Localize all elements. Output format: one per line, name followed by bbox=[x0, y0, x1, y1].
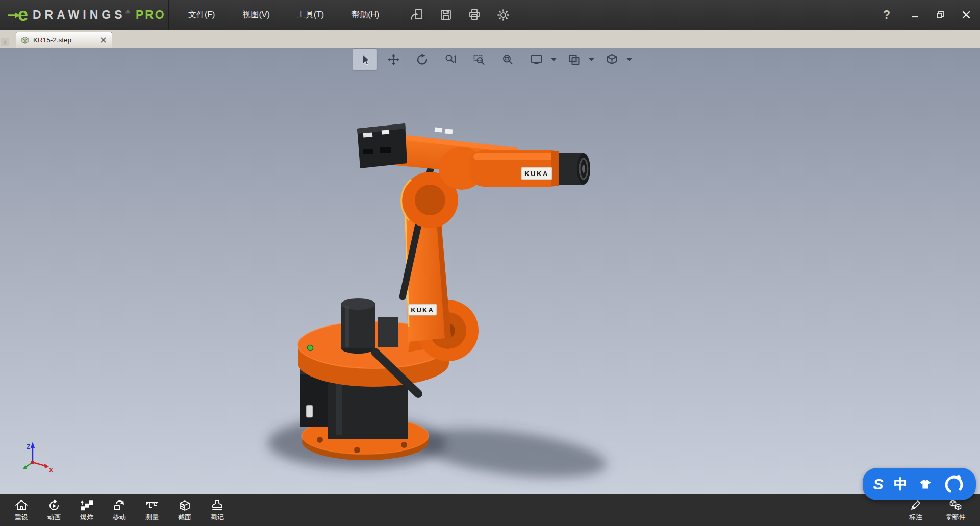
title-bar: e DRAWINGS ® PRO 文件(F) 视图(V) 工具(T) 帮助(H) bbox=[0, 0, 980, 30]
settings-button[interactable] bbox=[496, 8, 510, 22]
3d-viewport[interactable]: KUKA bbox=[0, 48, 980, 494]
svg-text:X: X bbox=[49, 467, 53, 474]
tool-animation[interactable]: 动画 bbox=[38, 497, 70, 523]
menu-view[interactable]: 视图(V) bbox=[229, 0, 283, 30]
zoom-fit-tool-button[interactable] bbox=[496, 49, 519, 70]
chevron-down-icon bbox=[551, 58, 556, 61]
close-icon bbox=[100, 37, 106, 43]
brand-pro: PRO bbox=[136, 8, 166, 22]
chevron-down-icon bbox=[626, 58, 632, 61]
tool-section[interactable]: 截面 bbox=[168, 497, 201, 523]
bottom-toolbar: 重设 动画 爆炸 移动 bbox=[0, 494, 980, 526]
measure-icon bbox=[144, 498, 160, 512]
rotate-tool-button[interactable] bbox=[410, 49, 434, 70]
tool-markup[interactable]: 标注 bbox=[899, 497, 932, 523]
close-icon bbox=[962, 10, 971, 19]
zoom-in-out-icon bbox=[444, 53, 457, 66]
zoom-tool-button[interactable] bbox=[439, 49, 462, 70]
section-icon bbox=[177, 498, 192, 512]
view-orientation-dropdown[interactable] bbox=[588, 49, 595, 70]
tool-label: 标注 bbox=[909, 513, 922, 522]
close-window-button[interactable] bbox=[962, 10, 971, 19]
topbar-divider bbox=[168, 0, 169, 30]
ime-logo[interactable]: S bbox=[873, 477, 884, 492]
bottom-tools-left: 重设 动画 爆炸 移动 bbox=[5, 497, 234, 523]
ime-smiley-button[interactable] bbox=[943, 473, 965, 495]
quick-actions bbox=[410, 8, 510, 22]
view-orientation-icon bbox=[567, 53, 581, 66]
tool-stamp[interactable]: 戳记 bbox=[201, 497, 234, 523]
tool-label: 重设 bbox=[15, 513, 28, 522]
tool-move[interactable]: 移动 bbox=[103, 497, 136, 523]
app-logo: e DRAWINGS ® PRO bbox=[0, 5, 168, 25]
home-icon bbox=[14, 498, 29, 512]
tab-close-button[interactable] bbox=[100, 37, 107, 43]
save-button[interactable] bbox=[439, 8, 453, 21]
ime-skin-button[interactable] bbox=[918, 478, 933, 490]
tool-label: 戳记 bbox=[211, 513, 224, 522]
minimize-button[interactable] bbox=[911, 11, 919, 19]
select-cursor-icon bbox=[358, 53, 371, 66]
standard-views-tool-button[interactable] bbox=[600, 49, 623, 70]
tab-kr15-2-step[interactable]: KR15-2.step bbox=[16, 32, 112, 48]
pan-tool-button[interactable] bbox=[382, 49, 405, 70]
part-cube-icon bbox=[21, 36, 29, 44]
tool-label: 爆炸 bbox=[80, 513, 93, 522]
tool-label: 移动 bbox=[113, 513, 126, 522]
restore-icon bbox=[936, 11, 944, 19]
tool-explode[interactable]: 爆炸 bbox=[70, 497, 103, 523]
full-screen-dropdown[interactable] bbox=[550, 49, 557, 70]
rotate-icon bbox=[415, 53, 429, 66]
orientation-triad: Z X bbox=[22, 442, 53, 474]
tool-reset[interactable]: 重设 bbox=[5, 497, 38, 523]
full-screen-tool-button[interactable] bbox=[524, 49, 548, 70]
tool-measure[interactable]: 测量 bbox=[136, 497, 168, 523]
svg-text:Z: Z bbox=[27, 443, 30, 450]
menu-help[interactable]: 帮助(H) bbox=[338, 0, 393, 30]
zoom-fit-icon bbox=[501, 53, 514, 66]
tool-label: 测量 bbox=[145, 513, 159, 522]
ime-toolbar[interactable]: S 中 bbox=[863, 468, 976, 500]
animation-icon bbox=[46, 498, 62, 512]
tab-label: KR15-2.step bbox=[33, 36, 96, 44]
tool-label: 截面 bbox=[178, 513, 191, 522]
print-icon bbox=[468, 8, 481, 21]
open-file-icon bbox=[410, 8, 424, 21]
ime-language-mode[interactable]: 中 bbox=[894, 478, 908, 491]
view-toolbar bbox=[353, 49, 633, 70]
minimize-icon bbox=[911, 11, 919, 19]
smiley-icon bbox=[943, 473, 965, 495]
view-orientation-tool-button[interactable] bbox=[562, 49, 586, 70]
open-file-button[interactable] bbox=[410, 8, 424, 21]
svg-text:e: e bbox=[18, 5, 28, 25]
svg-text:KUKA: KUKA bbox=[524, 170, 549, 178]
menu-file[interactable]: 文件(F) bbox=[174, 0, 229, 30]
tool-label: 零部件 bbox=[946, 513, 966, 522]
help-button[interactable]: ? bbox=[880, 8, 893, 22]
new-tab-button[interactable]: + bbox=[1, 38, 9, 46]
tool-label: 动画 bbox=[47, 513, 61, 522]
brand-registered-mark: ® bbox=[126, 10, 130, 15]
full-screen-icon bbox=[530, 53, 543, 66]
standard-views-cube-icon bbox=[605, 53, 618, 66]
menu-tools[interactable]: 工具(T) bbox=[284, 0, 338, 30]
tool-components[interactable]: 零部件 bbox=[939, 497, 972, 523]
robot-model[interactable]: KUKA bbox=[298, 123, 590, 460]
edrawings-arrow-e-icon: e bbox=[7, 5, 31, 25]
save-icon bbox=[439, 8, 453, 21]
zoom-area-icon bbox=[472, 53, 486, 66]
chevron-down-icon bbox=[589, 58, 594, 61]
pan-icon bbox=[387, 53, 400, 66]
zoom-area-tool-button[interactable] bbox=[467, 49, 491, 70]
move-component-icon bbox=[112, 498, 127, 512]
menu-bar: 文件(F) 视图(V) 工具(T) 帮助(H) bbox=[174, 0, 393, 30]
standard-views-dropdown[interactable] bbox=[625, 49, 633, 70]
document-tab-bar: + KR15-2.step bbox=[0, 30, 980, 48]
restore-button[interactable] bbox=[936, 11, 944, 19]
select-tool-button[interactable] bbox=[353, 49, 376, 70]
3d-scene: KUKA bbox=[0, 48, 980, 494]
explode-icon bbox=[79, 498, 94, 512]
window-controls-area: ? bbox=[880, 8, 980, 22]
brand-name: DRAWINGS bbox=[33, 8, 126, 22]
print-button[interactable] bbox=[468, 8, 481, 21]
